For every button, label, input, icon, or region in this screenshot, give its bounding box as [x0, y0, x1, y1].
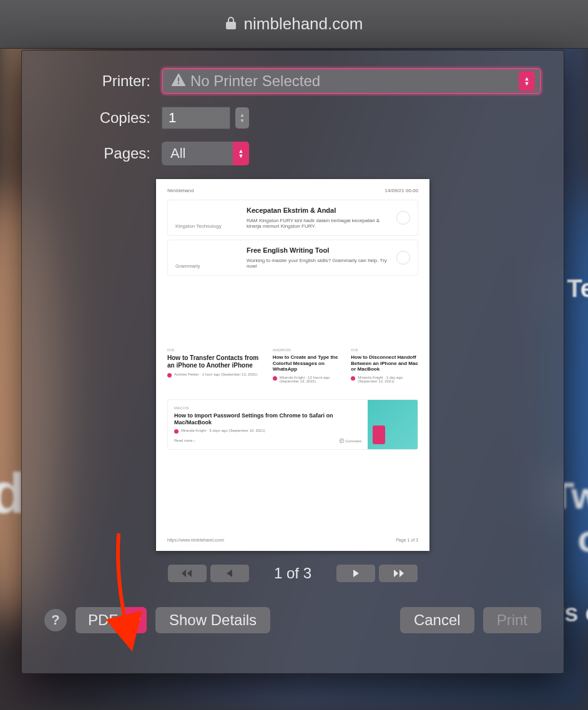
preview-article-meta: Andrew Parker · 1 hour ago (September 13…	[174, 372, 257, 376]
preview-thumbnail	[368, 400, 418, 450]
print-button[interactable]: Print	[483, 607, 541, 633]
dropdown-stepper-icon: ▲▼	[519, 71, 535, 91]
preview-article-title: How to Transfer Contacts from an iPhone …	[167, 354, 262, 369]
pdf-dropdown-button[interactable]: PDF	[76, 607, 147, 633]
page-indicator: 1 of 3	[274, 565, 311, 582]
preview-article-meta: Miranda Knight · 12 hours ago (September…	[280, 376, 340, 383]
browser-url-bar: nimblehand.com	[0, 0, 588, 49]
preview-header-date: 14/09/21 00.00	[385, 188, 418, 193]
preview-article-meta: Miranda Knight · 1 day ago (September 12…	[358, 376, 418, 383]
preview-article-tag: IOS	[167, 348, 262, 352]
preview-ad-icon	[396, 211, 410, 225]
preview-footer-url: https://www.nimblehand.com/	[167, 538, 224, 542]
preview-featured-card: MACOS How to Import Password Settings fr…	[167, 399, 418, 450]
preview-header-title: Nimblehand	[167, 188, 194, 193]
chevron-down-icon	[125, 607, 147, 633]
pages-value: All	[170, 145, 233, 162]
printer-value: No Printer Selected	[190, 72, 519, 90]
preview-article: IOS How to Disconnect Handoff Between an…	[351, 348, 418, 383]
copies-stepper[interactable]: ▲▼	[235, 107, 249, 129]
prev-page-button[interactable]	[210, 565, 249, 582]
preview-ad-card: Kingston Technology Kecepatan Ekstrim & …	[167, 200, 418, 236]
preview-article-tag: MACOS	[174, 406, 361, 410]
printer-label: Printer:	[44, 72, 150, 90]
pdf-label: PDF	[88, 611, 118, 629]
last-page-button[interactable]	[379, 565, 418, 582]
preview-article-meta: Miranda Knight · 3 days ago (September 1…	[181, 429, 265, 432]
first-page-button[interactable]	[168, 565, 207, 582]
preview-footer-page: Page 1 of 3	[396, 538, 418, 542]
copies-label: Copies:	[44, 109, 150, 127]
preview-ad-brand: Kingston Technology	[175, 223, 238, 229]
preview-article-title: How to Create and Type the Colorful Mess…	[273, 354, 340, 372]
preview-article: IOS How to Transfer Contacts from an iPh…	[167, 348, 262, 383]
preview-ad-icon	[396, 251, 410, 265]
preview-article-title: How to Import Password Settings from Chr…	[174, 412, 361, 426]
preview-readmore: Read more ›	[174, 439, 195, 443]
preview-article: ANDROID How to Create and Type the Color…	[273, 348, 340, 383]
preview-article-tag: IOS	[351, 348, 418, 352]
copies-input[interactable]	[162, 107, 230, 129]
preview-comment: 💬 Comment	[340, 439, 361, 443]
lock-icon	[225, 16, 237, 32]
preview-pager: 1 of 3	[44, 565, 541, 582]
preview-article-tag: ANDROID	[273, 348, 340, 352]
preview-ad-text: Working to master your English skills? G…	[247, 258, 388, 269]
svg-point-0	[178, 82, 179, 84]
next-page-button[interactable]	[336, 565, 375, 582]
help-button[interactable]: ?	[44, 609, 67, 631]
preview-ad-title: Free English Writing Tool	[247, 246, 388, 254]
dropdown-stepper-icon: ▲▼	[233, 142, 249, 165]
print-preview-page: Nimblehand 14/09/21 00.00 Kingston Techn…	[156, 179, 429, 551]
printer-dropdown[interactable]: No Printer Selected ▲▼	[162, 68, 541, 94]
pages-dropdown[interactable]: All ▲▼	[162, 142, 249, 165]
preview-ad-brand: Grammarly	[175, 263, 238, 269]
preview-ad-card: Grammarly Free English Writing Tool Work…	[167, 240, 418, 276]
pages-label: Pages:	[44, 145, 150, 162]
url-domain: nimblehand.com	[244, 14, 363, 34]
preview-ad-text: RAM Kingston FURY kini hadir dalam berba…	[247, 218, 388, 229]
preview-article-title: How to Disconnect Handoff Between an iPh…	[351, 354, 418, 372]
cancel-button[interactable]: Cancel	[400, 607, 474, 633]
show-details-button[interactable]: Show Details	[155, 607, 270, 633]
warning-icon	[172, 74, 185, 89]
preview-ad-title: Kecepatan Ekstrim & Andal	[247, 207, 388, 214]
print-dialog: Printer: No Printer Selected ▲▼ Copies: …	[21, 50, 564, 674]
